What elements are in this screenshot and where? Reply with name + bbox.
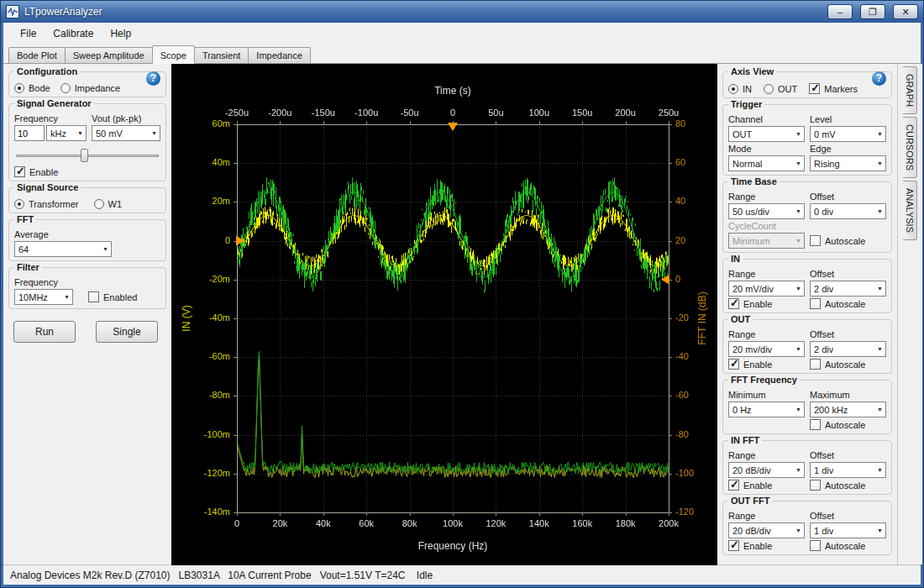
radio-axis-in[interactable]: IN [728,84,752,94]
out-offset-select[interactable]: 2 div ▼ [810,341,886,357]
tab-sweep-amplitude[interactable]: Sweep Amplitude [65,47,153,63]
filter-frequency-select[interactable]: 10MHz ▼ [14,289,73,305]
side-tab-analysis[interactable]: ANALYSIS [903,181,917,240]
help-icon[interactable]: ? [872,71,886,86]
in-offset-select[interactable]: 2 div ▼ [810,281,886,297]
out-range-select[interactable]: 20 mv/div ▼ [728,341,805,357]
side-tab-cursors[interactable]: CURSORS [903,117,917,178]
radio-w1[interactable]: W1 [94,199,123,209]
fft-frequency-title: FFT Frequency [728,375,800,385]
frequency-label: Frequency [14,113,87,123]
tab-bode-plot[interactable]: Bode Plot [8,47,66,63]
chevron-down-icon: ▼ [795,346,802,352]
close-button[interactable]: ✕ [893,4,918,19]
trigger-title: Trigger [728,99,764,109]
out-autoscale-checkbox[interactable]: Autoscale [810,359,886,370]
infft-range-select[interactable]: 20 dB/div ▼ [728,462,805,478]
checkbox-icon [810,235,821,246]
markers-checkbox[interactable]: Markers [809,83,858,94]
single-button[interactable]: Single [96,321,158,343]
menu-item-calibrate[interactable]: Calibrate [45,24,102,43]
fftfreq-autoscale-checkbox[interactable]: Autoscale [810,419,886,430]
infft-autoscale-checkbox[interactable]: Autoscale [810,480,886,491]
chevron-down-icon: ▼ [63,294,71,300]
out-fft-group: OUT FFT Range Offset 20 dB/div ▼ 1 div ▼ [722,501,892,555]
main-content: Configuration ? Bode Impedance [3,64,921,564]
radio-icon [60,83,71,93]
level-label: Level [810,114,886,124]
trigger-edge-select[interactable]: Rising ▼ [810,155,886,171]
out-enable-checkbox[interactable]: Enable [728,359,805,370]
menu-item-help[interactable]: Help [102,24,139,43]
trigger-channel-select[interactable]: OUT ▼ [728,126,805,142]
chevron-down-icon: ▼ [795,467,802,473]
in-autoscale-checkbox[interactable]: Autoscale [810,298,886,309]
checkbox-icon [810,419,821,430]
signal-source-group: Signal Source Transformer W1 [8,187,166,213]
infft-enable-checkbox[interactable]: Enable [728,480,805,491]
timebase-range-select[interactable]: 50 us/div ▼ [728,203,805,219]
checkbox-icon [728,298,739,309]
signal-source-title: Signal Source [14,182,81,192]
edge-label: Edge [810,144,886,154]
trigger-mode-select[interactable]: Normal ▼ [728,155,805,171]
slider-thumb[interactable] [81,149,88,162]
tab-transient[interactable]: Transient [194,47,249,63]
chevron-down-icon: ▼ [876,160,884,166]
window-titlebar[interactable]: LTpowerAnalyzer – ❐ ✕ [1,1,923,23]
maximize-button[interactable]: ❐ [860,4,885,19]
fft-title: FFT [14,214,36,224]
fftfreq-min-select[interactable]: 0 Hz ▼ [728,402,805,417]
channel-label: Channel [728,114,805,124]
tab-bar: Bode Plot Sweep Amplitude Scope Transien… [3,45,921,64]
side-tab-graph[interactable]: GRAPH [903,66,917,114]
frequency-unit-select[interactable]: kHz ▼ [46,125,87,141]
radio-impedance[interactable]: Impedance [60,83,120,93]
sg-enable-checkbox[interactable]: Enable [14,166,160,177]
vout-select[interactable]: 50 mV ▼ [92,125,160,141]
outfft-autoscale-checkbox[interactable]: Autoscale [810,540,886,551]
chevron-down-icon: ▼ [876,528,884,533]
configuration-title: Configuration [14,66,80,76]
offset-label: Offset [810,269,886,279]
checkbox-icon [810,359,821,370]
range-label: Range [728,450,805,460]
menubar: File Calibrate Help [3,23,921,45]
outfft-offset-select[interactable]: 1 div ▼ [810,522,886,538]
fft-group: FFT Average 64 ▼ [8,219,166,261]
fft-average-select[interactable]: 64 ▼ [14,241,112,257]
infft-offset-select[interactable]: 1 div ▼ [810,462,886,478]
plot-area [171,64,717,564]
trigger-group: Trigger Channel Level OUT ▼ 0 mV ▼ Mode [722,104,892,176]
chevron-down-icon: ▼ [795,407,802,412]
radio-bode[interactable]: Bode [14,83,50,93]
timebase-offset-select[interactable]: 0 div ▼ [810,203,886,219]
checkbox-icon [14,166,25,177]
tab-scope[interactable]: Scope [152,45,195,64]
scope-plot-canvas[interactable] [171,64,717,565]
fftfreq-max-select[interactable]: 200 kHz ▼ [810,402,886,417]
radio-icon [764,84,774,94]
frequency-input[interactable] [14,125,45,141]
outfft-range-select[interactable]: 20 dB/div ▼ [728,522,805,538]
timebase-autoscale-checkbox[interactable]: Autoscale [810,235,886,246]
checkbox-icon [728,359,739,370]
radio-transformer[interactable]: Transformer [14,199,79,209]
offset-label: Offset [810,450,886,460]
left-panel: Configuration ? Bode Impedance [3,64,171,564]
filter-enabled-checkbox[interactable]: Enabled [88,291,137,302]
status-bar: Analog Devices M2k Rev.D (Z7010) LB3031A… [3,564,921,585]
run-button[interactable]: Run [13,321,76,343]
minimize-button[interactable]: – [827,4,853,19]
in-axis-title: IN [728,254,743,264]
window-title: LTpowerAnalyzer [24,6,820,18]
help-icon[interactable]: ? [146,71,160,86]
radio-axis-out[interactable]: OUT [764,84,797,94]
in-range-select[interactable]: 20 mV/div ▼ [728,281,805,297]
trigger-level-select[interactable]: 0 mV ▼ [810,126,886,142]
outfft-enable-checkbox[interactable]: Enable [728,540,805,551]
in-enable-checkbox[interactable]: Enable [728,298,805,309]
tab-impedance[interactable]: Impedance [248,47,310,63]
amplitude-slider[interactable] [16,148,159,163]
menu-item-file[interactable]: File [12,24,45,43]
